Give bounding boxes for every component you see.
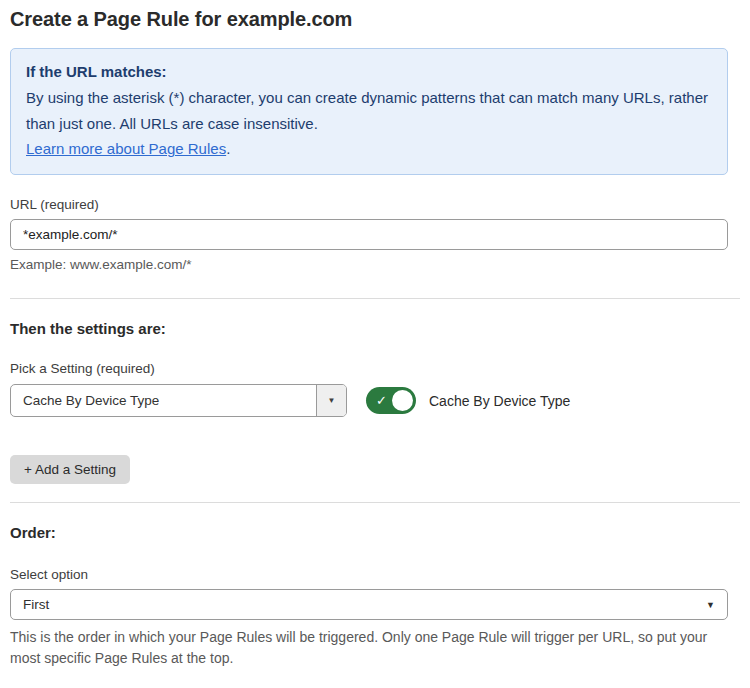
- link-suffix: .: [226, 140, 230, 157]
- check-icon: ✓: [376, 393, 387, 408]
- create-page-rule-form: Create a Page Rule for example.com If th…: [0, 0, 750, 688]
- url-label: URL (required): [10, 197, 740, 212]
- page-title: Create a Page Rule for example.com: [10, 8, 740, 31]
- url-matches-info-box: If the URL matches: By using the asteris…: [10, 48, 728, 175]
- select-option-label: Select option: [10, 567, 740, 582]
- setting-picker-dropdown[interactable]: Cache By Device Type ▼: [10, 384, 347, 417]
- chevron-down-icon[interactable]: ▼: [316, 385, 346, 416]
- settings-section-heading: Then the settings are:: [10, 320, 740, 337]
- info-box-link-line: Learn more about Page Rules.: [26, 136, 712, 162]
- order-select[interactable]: First ▼: [10, 589, 728, 620]
- learn-more-link[interactable]: Learn more about Page Rules: [26, 140, 226, 157]
- setting-row: Cache By Device Type ▼ ✓ Cache By Device…: [10, 384, 740, 417]
- info-box-heading: If the URL matches:: [26, 59, 712, 85]
- setting-toggle-label: Cache By Device Type: [429, 393, 570, 409]
- setting-picker-value: Cache By Device Type: [11, 385, 316, 416]
- info-box-text: By using the asterisk (*) character, you…: [26, 89, 708, 132]
- toggle-knob: [392, 390, 413, 411]
- divider: [10, 502, 740, 503]
- divider: [10, 298, 740, 299]
- info-box-body: By using the asterisk (*) character, you…: [26, 85, 712, 137]
- caret-down-icon: ▼: [706, 600, 715, 610]
- pick-setting-label: Pick a Setting (required): [10, 361, 740, 376]
- order-select-value: First: [23, 597, 49, 612]
- add-setting-button[interactable]: + Add a Setting: [10, 455, 130, 484]
- setting-toggle[interactable]: ✓: [366, 387, 416, 414]
- url-input[interactable]: [10, 219, 728, 250]
- url-example-hint: Example: www.example.com/*: [10, 257, 740, 272]
- order-help-text: This is the order in which your Page Rul…: [10, 627, 736, 670]
- order-section-heading: Order:: [10, 524, 740, 541]
